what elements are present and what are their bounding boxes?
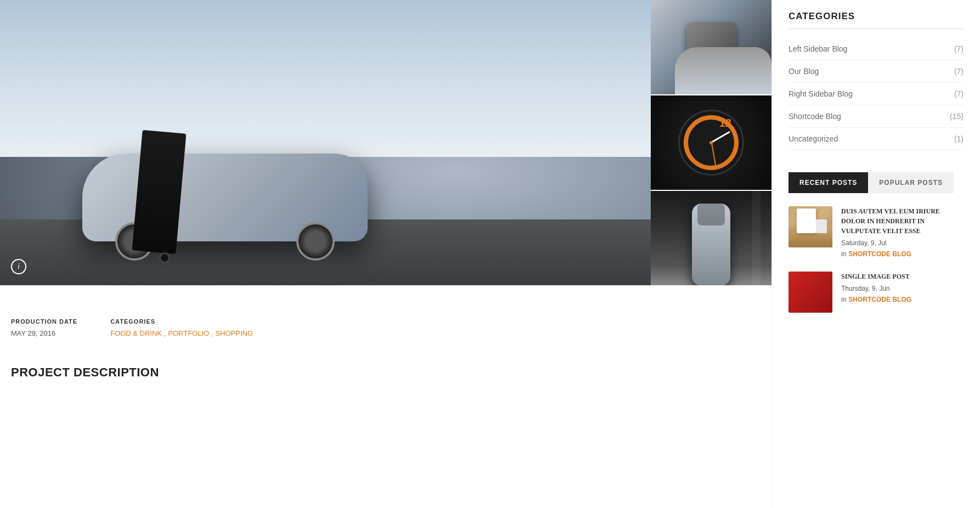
sep-1: , bbox=[164, 329, 166, 338]
category-name-shortcode: Shortcode Blog bbox=[788, 112, 841, 121]
categories-sidebar-title: CATEGORIES bbox=[788, 11, 964, 29]
category-item-left-sidebar[interactable]: Left Sidebar Blog (7) bbox=[788, 38, 964, 60]
aerial-car-container bbox=[689, 197, 733, 279]
category-item-shortcode[interactable]: Shortcode Blog (15) bbox=[788, 105, 964, 128]
recent-post-category-line-2: in SHORTCODE BLOG bbox=[841, 294, 911, 304]
project-description-section: PROJECT DESCRIPTION bbox=[0, 365, 771, 380]
sep-2: , bbox=[211, 329, 213, 338]
desk-item-2 bbox=[816, 219, 827, 233]
category-link-food[interactable]: FOOD & DRINK bbox=[110, 329, 162, 338]
category-count-shortcode: (15) bbox=[950, 112, 964, 121]
clock-center bbox=[709, 141, 713, 144]
category-name-right-sidebar: Right Sidebar Blog bbox=[788, 89, 853, 98]
desk-paper bbox=[797, 208, 816, 233]
category-item-our-blog[interactable]: Our Blog (7) bbox=[788, 60, 964, 83]
recent-post-1: DUIS AUTEM VEL EUM IRIURE DOLOR IN HENDR… bbox=[788, 206, 964, 258]
main-scene bbox=[0, 0, 651, 285]
recent-post-title-2[interactable]: SINGLE IMAGE POST bbox=[841, 272, 911, 281]
category-count-left-sidebar: (7) bbox=[954, 44, 964, 53]
gallery-thumb-3[interactable] bbox=[651, 191, 771, 285]
red-bg bbox=[788, 272, 832, 313]
thumb-scene-scooter bbox=[651, 0, 771, 94]
page-container: i bbox=[0, 0, 980, 508]
production-date-value: MAY 29, 2016 bbox=[11, 329, 77, 337]
category-link-shopping[interactable]: SHOPPING bbox=[215, 329, 253, 338]
gallery-thumb-2[interactable]: 12 bbox=[651, 95, 771, 190]
aerial-car-window bbox=[697, 204, 725, 225]
recent-post-date-2: Thursday, 9, Jun bbox=[841, 285, 911, 292]
thumb-red-scene bbox=[788, 272, 832, 313]
categories-list: Left Sidebar Blog (7) Our Blog (7) Right… bbox=[788, 38, 964, 150]
categories-links: FOOD & DRINK, PORTFOLIO, SHOPPING bbox=[110, 329, 253, 338]
category-count-right-sidebar: (7) bbox=[954, 89, 964, 98]
recent-post-info-2: SINGLE IMAGE POST Thursday, 9, Jun in SH… bbox=[841, 272, 911, 313]
category-item-uncategorized[interactable]: Uncategorized (1) bbox=[788, 128, 964, 150]
category-item-right-sidebar[interactable]: Right Sidebar Blog (7) bbox=[788, 83, 964, 105]
info-icon[interactable]: i bbox=[11, 259, 26, 274]
categories-meta-block: CATEGORIES FOOD & DRINK, PORTFOLIO, SHOP… bbox=[110, 318, 253, 338]
recent-post-2: SINGLE IMAGE POST Thursday, 9, Jun in SH… bbox=[788, 272, 964, 313]
recent-post-category-2[interactable]: SHORTCODE BLOG bbox=[848, 296, 911, 303]
clock-face: 12 bbox=[678, 110, 744, 176]
recent-post-in-2: in bbox=[841, 296, 846, 303]
recent-post-thumb-2[interactable] bbox=[788, 272, 832, 313]
recent-post-date-1: Saturday, 9, Jul bbox=[841, 239, 964, 247]
clock-number: 12 bbox=[719, 117, 731, 129]
gallery-thumb-1[interactable] bbox=[651, 0, 771, 94]
car-wheel-rear bbox=[296, 222, 335, 261]
category-count-uncategorized: (1) bbox=[954, 134, 964, 143]
gallery-section: i bbox=[0, 0, 771, 285]
thumb-scene-aerial bbox=[651, 191, 771, 285]
tab-recent-posts[interactable]: RECENT POSTS bbox=[788, 172, 868, 193]
production-date-block: PRODUCTION DATE MAY 29, 2016 bbox=[11, 318, 77, 338]
categories-meta-label: CATEGORIES bbox=[110, 318, 253, 325]
category-name-our-blog: Our Blog bbox=[788, 67, 819, 76]
thumb-scene-clock: 12 bbox=[651, 95, 771, 190]
aerial-car bbox=[692, 204, 730, 285]
scooter-wheel bbox=[159, 252, 170, 263]
recent-post-title-1[interactable]: DUIS AUTEM VEL EUM IRIURE DOLOR IN HENDR… bbox=[841, 206, 964, 236]
category-link-portfolio[interactable]: PORTFOLIO bbox=[168, 329, 209, 338]
main-content: i bbox=[0, 0, 771, 508]
recent-post-in-1: in bbox=[841, 250, 846, 258]
thumb-desk-scene bbox=[788, 206, 832, 247]
category-name-left-sidebar: Left Sidebar Blog bbox=[788, 44, 847, 53]
gallery-sidebar: 12 bbox=[651, 0, 771, 285]
project-description-title: PROJECT DESCRIPTION bbox=[11, 365, 761, 380]
category-name-uncategorized: Uncategorized bbox=[788, 134, 838, 143]
sidebar: CATEGORIES Left Sidebar Blog (7) Our Blo… bbox=[771, 0, 980, 508]
meta-section: PRODUCTION DATE MAY 29, 2016 CATEGORIES … bbox=[0, 307, 771, 354]
recent-post-info-1: DUIS AUTEM VEL EUM IRIURE DOLOR IN HENDR… bbox=[841, 206, 964, 258]
recent-post-category-1[interactable]: SHORTCODE BLOG bbox=[848, 250, 911, 258]
road-line bbox=[752, 191, 761, 285]
tab-popular-posts[interactable]: POPULAR POSTS bbox=[868, 172, 954, 193]
production-date-label: PRODUCTION DATE bbox=[11, 318, 77, 325]
sky-area bbox=[0, 0, 651, 157]
recent-post-category-line-1: in SHORTCODE BLOG bbox=[841, 249, 964, 258]
category-count-our-blog: (7) bbox=[954, 67, 964, 76]
posts-tabs: RECENT POSTS POPULAR POSTS bbox=[788, 172, 964, 193]
thumb-car-1 bbox=[675, 47, 771, 94]
recent-post-thumb-1[interactable] bbox=[788, 206, 832, 247]
gallery-main-image[interactable]: i bbox=[0, 0, 651, 285]
